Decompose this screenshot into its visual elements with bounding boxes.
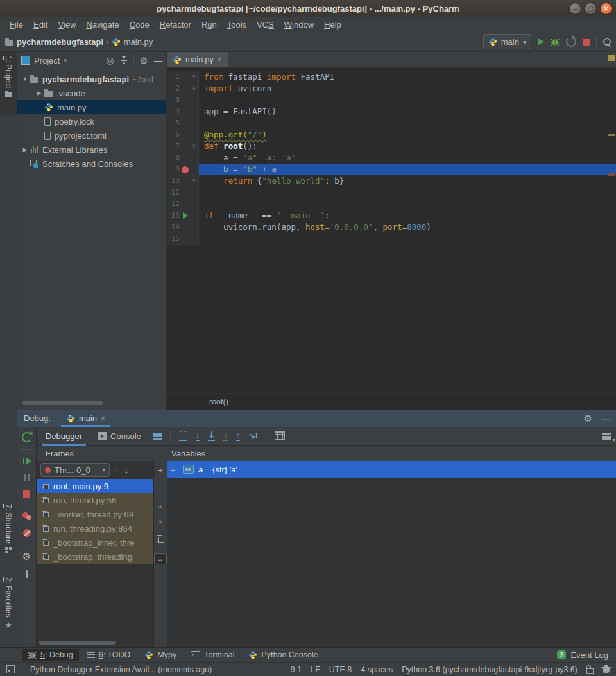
run-button[interactable] — [538, 38, 544, 46]
tree-item-pycharmdebugfastapi[interactable]: ▼pycharmdebugfastapi~/cod — [17, 72, 166, 86]
code-line-1[interactable]: 1⊟from fastapi import FastAPI — [167, 71, 616, 83]
rerun-button-disabled[interactable] — [566, 37, 576, 47]
file-encoding[interactable]: UTF-8 — [329, 665, 352, 674]
menu-vcs[interactable]: VCS — [252, 19, 278, 31]
gear-icon[interactable]: ⚙ — [584, 413, 592, 423]
code-line-9[interactable]: 9 b = "b" + a — [167, 164, 616, 175]
project-view-select[interactable]: Project ▾ — [21, 56, 67, 65]
menu-edit[interactable]: Edit — [29, 19, 52, 31]
gutter[interactable]: 2⊟ — [167, 83, 199, 94]
gutter[interactable]: 10⊟ — [167, 175, 199, 187]
gutter[interactable]: 12 — [167, 198, 199, 210]
run-line-icon[interactable] — [183, 212, 188, 219]
stack-frame-row[interactable]: run, threading.py:864 — [37, 521, 153, 535]
expand-arrow-icon[interactable]: ▶ — [20, 146, 30, 153]
breadcrumb-project[interactable]: pycharmdebugfastapi — [5, 37, 103, 47]
add-variable-icon[interactable]: + — [170, 465, 175, 475]
code-line-4[interactable]: 4app = FastAPI() — [167, 106, 616, 117]
line-separator[interactable]: LF — [311, 665, 320, 674]
python-interpreter[interactable]: Python 3.6 (pycharmdebugfastapi-9cdjtyrg… — [402, 665, 578, 674]
menu-code[interactable]: Code — [125, 19, 154, 31]
code-line-13[interactable]: 13if __name__ == '__main__': — [167, 210, 616, 221]
sidebar-item-structure[interactable]: 7: Structure — [0, 500, 17, 572]
tab-debugger[interactable]: Debugger — [42, 427, 86, 446]
minimize-window-icon[interactable]: – — [569, 3, 581, 15]
code-area[interactable]: 1⊟from fastapi import FastAPI2⊟import uv… — [167, 68, 616, 245]
stack-frame-row[interactable]: root, main.py:9 — [37, 479, 153, 493]
step-over-icon[interactable]: ⌒ — [179, 431, 187, 441]
gutter[interactable]: 14 — [167, 221, 199, 233]
maximize-window-icon[interactable]: ▢ — [585, 3, 597, 15]
breadcrumb-scope[interactable]: root() — [209, 397, 228, 406]
resume-program-icon[interactable] — [23, 457, 31, 465]
remove-watch-icon[interactable]: − — [158, 485, 163, 493]
view-breakpoints-icon[interactable] — [22, 512, 31, 520]
gutter[interactable]: 15 — [167, 233, 199, 245]
step-into-my-code-icon[interactable]: ⇣ — [208, 431, 215, 441]
gutter[interactable]: 1⊟ — [167, 71, 199, 83]
duplicate-watch-icon[interactable] — [157, 535, 164, 543]
tab-console[interactable]: ▸ Console — [94, 427, 145, 446]
project-horizontal-scrollbar[interactable] — [22, 401, 103, 405]
pause-program-icon[interactable] — [24, 474, 30, 481]
inspection-status-mark[interactable] — [608, 55, 615, 61]
previous-frame-icon[interactable]: ↑ — [115, 465, 119, 475]
gutter[interactable]: 8 — [167, 152, 199, 164]
menu-view[interactable]: View — [53, 19, 80, 31]
fold-marker[interactable]: ⊟ — [191, 175, 198, 187]
stack-frame-row[interactable]: _worker, thread.py:69 — [37, 507, 153, 521]
status-message[interactable]: Python Debugger Extension Avail... (mome… — [30, 665, 212, 674]
step-out-icon[interactable]: ↑ — [236, 431, 241, 441]
breadcrumb-file[interactable]: main.py — [112, 37, 153, 47]
editor-tab-main-py[interactable]: main.py × — [167, 52, 228, 67]
show-watches-toggle[interactable]: ∞ — [154, 553, 167, 564]
gutter[interactable]: 7⊟ — [167, 141, 199, 152]
tool-window-toggle-icon[interactable] — [6, 665, 15, 673]
frames-horizontal-scrollbar[interactable] — [39, 641, 116, 645]
debug-settings-icon[interactable]: ⚙ — [22, 551, 31, 561]
run-to-cursor-icon[interactable]: ↘I — [248, 431, 257, 440]
hide-panel-icon[interactable]: — — [601, 413, 610, 423]
menu-help[interactable]: Help — [320, 19, 346, 31]
evaluate-expression-icon[interactable] — [275, 431, 285, 440]
expand-arrow-icon[interactable]: ▼ — [20, 76, 30, 82]
thread-select[interactable]: Thr...-0_0 ▾ — [40, 463, 110, 477]
gutter[interactable]: 4 — [167, 106, 199, 117]
event-log-button[interactable]: 3 Event Log — [557, 650, 608, 660]
code-line-7[interactable]: 7⊟def root(): — [167, 141, 616, 152]
menu-navigate[interactable]: Navigate — [81, 19, 123, 31]
sidebar-item-favorites[interactable]: 2: Favorites ★ — [0, 573, 17, 645]
menu-run[interactable]: Run — [197, 19, 221, 31]
inspections-hector-icon[interactable] — [603, 668, 610, 673]
code-line-12[interactable]: 12 — [167, 198, 616, 210]
menu-refactor[interactable]: Refactor — [155, 19, 196, 31]
code-line-8[interactable]: 8 a = "a" a: 'a' — [167, 152, 616, 164]
force-step-into-icon[interactable]: ↓ — [223, 431, 228, 441]
stack-frame-row[interactable]: _bootstrap_inner, thre — [37, 535, 153, 550]
toolwindow-button-5-debug[interactable]: 5: Debug — [22, 649, 79, 661]
fold-marker[interactable]: ⊟ — [191, 71, 198, 83]
editor-error-stripe[interactable] — [608, 52, 616, 393]
variable-row[interactable]: 01a = {str} 'a' — [167, 461, 616, 478]
run-configuration-select[interactable]: main ▾ — [483, 34, 531, 49]
collapse-all-icon[interactable] — [120, 56, 128, 64]
layout-menu-icon[interactable] — [153, 433, 162, 440]
stop-button[interactable] — [583, 39, 590, 46]
fold-marker[interactable]: ⊟ — [191, 141, 198, 152]
tree-item--vscode[interactable]: ▶.vscode — [17, 86, 166, 100]
stop-icon[interactable] — [23, 490, 30, 498]
mute-breakpoints-icon[interactable] — [23, 529, 31, 537]
gear-icon[interactable]: ⚙ — [140, 56, 148, 65]
gutter[interactable]: 11 — [167, 187, 199, 198]
next-frame-icon[interactable]: ↓ — [124, 465, 129, 475]
toolwindow-button-terminal[interactable]: ▸Terminal — [185, 649, 240, 661]
tree-item-scratches-and-consoles[interactable]: Scratches and Consoles — [17, 157, 166, 171]
breakpoint-stripe-mark[interactable] — [608, 173, 615, 176]
code-line-14[interactable]: 14 uvicorn.run(app, host='0.0.0.0', port… — [167, 221, 616, 233]
close-tab-icon[interactable]: × — [218, 55, 222, 64]
title-bar[interactable]: pycharmdebugfastapi [~/code/pycharmdebug… — [0, 0, 616, 18]
toolwindow-button-6-todo[interactable]: 6: TODO — [81, 649, 137, 661]
menu-file[interactable]: File — [5, 19, 28, 31]
indent-style[interactable]: 4 spaces — [361, 665, 393, 674]
pin-tab-icon[interactable] — [26, 570, 28, 575]
